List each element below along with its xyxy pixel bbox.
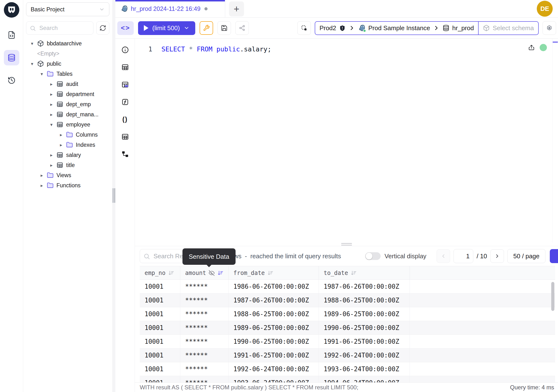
table-cell[interactable]: ****** bbox=[180, 376, 228, 382]
table-cell[interactable]: ****** bbox=[180, 294, 228, 307]
ai-assistant-button[interactable] bbox=[542, 21, 556, 35]
table-cell[interactable]: ****** bbox=[180, 335, 228, 348]
table-cell[interactable]: 10001 bbox=[140, 307, 180, 321]
table-cell[interactable]: 10001 bbox=[140, 335, 180, 348]
table-cell[interactable]: ****** bbox=[180, 280, 228, 293]
sidebar-resize-handle[interactable] bbox=[112, 0, 115, 392]
caret-down-icon[interactable]: ▾ bbox=[29, 41, 35, 46]
caret-right-icon[interactable]: ▸ bbox=[48, 162, 54, 168]
share-button[interactable] bbox=[235, 21, 249, 35]
format-sql-button[interactable] bbox=[200, 21, 213, 35]
tree-item-dept-emp[interactable]: ▸dept_emp bbox=[26, 99, 109, 109]
table-cell[interactable]: ****** bbox=[180, 362, 228, 376]
table-cell[interactable]: 1991-06-25T00:00:00Z bbox=[319, 335, 410, 348]
tree-item-bbdataarchive[interactable]: ▾bbdataarchive bbox=[26, 38, 109, 49]
prev-page-button[interactable] bbox=[436, 249, 450, 263]
rail-item-database[interactable] bbox=[4, 50, 19, 65]
sql-code-line[interactable]: SELECT * FROM public.salary; bbox=[161, 45, 271, 243]
table-cell[interactable]: 1990-06-25T00:00:00Z bbox=[228, 335, 319, 348]
caret-right-icon[interactable]: ▸ bbox=[48, 81, 54, 87]
new-tab-button[interactable]: + bbox=[229, 1, 244, 17]
table-cell[interactable]: 10001 bbox=[140, 280, 180, 293]
tree-item-empty[interactable]: <Empty> bbox=[26, 49, 109, 59]
tree-item-audit[interactable]: ▸audit bbox=[26, 79, 109, 89]
table-cell[interactable]: ****** bbox=[180, 321, 228, 335]
strip-item-info[interactable] bbox=[116, 41, 134, 58]
table-cell[interactable]: 1992-06-24T00:00:00Z bbox=[228, 362, 319, 376]
refresh-button[interactable] bbox=[96, 21, 109, 35]
tree-item-public[interactable]: ▾public bbox=[26, 59, 109, 69]
caret-right-icon[interactable]: ▸ bbox=[48, 91, 54, 97]
sort-active-icon[interactable] bbox=[217, 270, 224, 276]
table-cell[interactable]: 1988-06-25T00:00:00Z bbox=[319, 294, 410, 307]
table-cell[interactable]: 1987-06-26T00:00:00Z bbox=[228, 294, 319, 307]
rail-item-worksheet[interactable] bbox=[4, 27, 19, 43]
table-cell[interactable]: 10001 bbox=[140, 362, 180, 376]
strip-item-masked-table[interactable] bbox=[116, 76, 134, 93]
tree-item-dept-mana[interactable]: ▸dept_mana... bbox=[26, 109, 109, 120]
table-cell[interactable]: 10001 bbox=[140, 376, 180, 382]
schema-selector[interactable]: Select schema bbox=[478, 21, 539, 35]
tree-item-department[interactable]: ▸department bbox=[26, 89, 109, 99]
table-cell[interactable]: 1988-06-25T00:00:00Z bbox=[228, 307, 319, 321]
caret-down-icon[interactable]: ▾ bbox=[39, 71, 45, 77]
rail-item-history[interactable] bbox=[4, 73, 19, 88]
strip-item-table[interactable] bbox=[116, 58, 134, 76]
caret-right-icon[interactable]: ▸ bbox=[48, 112, 54, 117]
caret-down-icon[interactable]: ▾ bbox=[48, 122, 54, 127]
sql-editor[interactable]: 1 SELECT * FROM public.salary; bbox=[135, 39, 558, 243]
table-cell[interactable]: ****** bbox=[180, 348, 228, 362]
table-cell[interactable]: 1987-06-26T00:00:00Z bbox=[319, 280, 410, 293]
panel-resize-handle[interactable] bbox=[135, 243, 558, 246]
sort-icon[interactable] bbox=[267, 270, 273, 276]
table-cell[interactable]: 1994-06-24T00:00:00Z bbox=[319, 376, 410, 382]
page-size-select[interactable]: 50 / page bbox=[507, 249, 545, 263]
tree-item-tables[interactable]: ▾Tables bbox=[26, 69, 109, 79]
chevron-down-icon[interactable] bbox=[184, 25, 190, 31]
column-header-from-date[interactable]: from_date bbox=[228, 266, 319, 279]
column-header-amount[interactable]: amount bbox=[180, 266, 228, 279]
sidebar-search-input[interactable] bbox=[26, 22, 93, 34]
run-query-button[interactable]: (limit 500) bbox=[138, 21, 195, 35]
column-header-emp-no[interactable]: emp_no bbox=[140, 266, 180, 279]
table-cell[interactable]: 1990-06-25T00:00:00Z bbox=[319, 321, 410, 335]
strip-item-schema-diagram[interactable] bbox=[116, 145, 134, 163]
next-page-button[interactable] bbox=[490, 249, 504, 263]
batch-query-button[interactable] bbox=[297, 21, 311, 35]
caret-right-icon[interactable]: ▸ bbox=[48, 102, 54, 107]
tree-item-columns[interactable]: ▸Columns bbox=[26, 130, 109, 140]
tree-item-employee[interactable]: ▾employee bbox=[26, 120, 109, 130]
upload-icon[interactable] bbox=[528, 44, 535, 51]
caret-right-icon[interactable]: ▸ bbox=[39, 183, 45, 188]
save-button[interactable] bbox=[218, 21, 231, 35]
table-cell[interactable]: 1993-06-24T00:00:00Z bbox=[319, 362, 410, 376]
tree-item-functions[interactable]: ▸Functions bbox=[26, 180, 109, 191]
caret-down-icon[interactable]: ▾ bbox=[29, 61, 35, 67]
table-cell[interactable]: 10001 bbox=[140, 348, 180, 362]
sort-icon[interactable] bbox=[350, 270, 357, 276]
table-cell[interactable]: 1991-06-25T00:00:00Z bbox=[228, 348, 319, 362]
project-selector[interactable]: Basic Project bbox=[26, 2, 109, 16]
table-cell[interactable]: 10001 bbox=[140, 294, 180, 307]
table-cell[interactable]: 1993-06-24T00:00:00Z bbox=[228, 376, 319, 382]
column-header-to-date[interactable]: to_date bbox=[319, 266, 410, 279]
caret-right-icon[interactable]: ▸ bbox=[58, 132, 64, 138]
export-button[interactable] bbox=[550, 249, 558, 263]
tab-hr-prod[interactable]: hr_prod 2024-11-22 16:49 bbox=[115, 0, 225, 17]
bytebase-logo-icon[interactable] bbox=[4, 2, 19, 18]
caret-right-icon[interactable]: ▸ bbox=[48, 152, 54, 158]
connection-selector[interactable]: Prod2 Prod Sample Instance hr_prod bbox=[315, 21, 479, 35]
strip-item-parens[interactable]: () bbox=[116, 111, 134, 128]
scrollbar-thumb[interactable] bbox=[551, 282, 554, 311]
tree-item-indexes[interactable]: ▸Indexes bbox=[26, 140, 109, 150]
sort-icon[interactable] bbox=[168, 270, 174, 276]
avatar[interactable]: DE bbox=[537, 1, 553, 17]
tree-item-views[interactable]: ▸Views bbox=[26, 170, 109, 180]
page-number-input[interactable] bbox=[453, 249, 473, 263]
code-mode-button[interactable]: <> bbox=[117, 21, 134, 35]
strip-item-function[interactable] bbox=[116, 93, 134, 111]
caret-right-icon[interactable]: ▸ bbox=[39, 173, 45, 178]
tree-item-title[interactable]: ▸title bbox=[26, 160, 109, 170]
caret-right-icon[interactable]: ▸ bbox=[58, 142, 64, 148]
tree-item-salary[interactable]: ▸salary bbox=[26, 150, 109, 160]
